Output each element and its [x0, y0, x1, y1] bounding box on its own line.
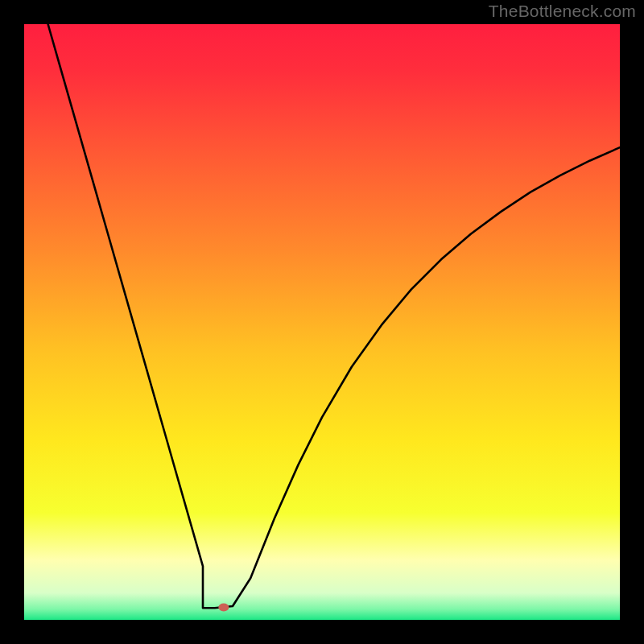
watermark-label: TheBottleneck.com — [489, 2, 636, 21]
chart-container: TheBottleneck.com — [0, 0, 644, 644]
bottleneck-chart — [0, 0, 644, 644]
optimal-point-marker — [218, 603, 229, 611]
chart-gradient-background — [24, 24, 620, 620]
